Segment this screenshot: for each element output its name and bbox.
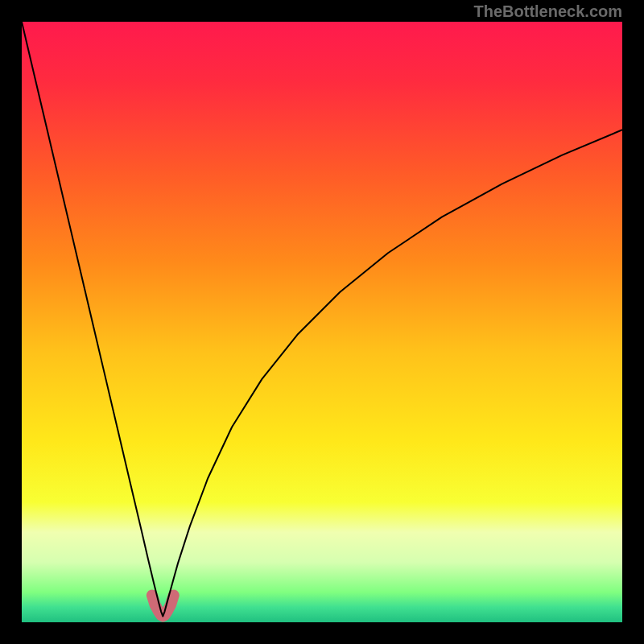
plot-background xyxy=(22,22,622,622)
bottleneck-chart: TheBottleneck.com xyxy=(0,0,644,644)
chart-svg: TheBottleneck.com xyxy=(0,0,644,644)
watermark: TheBottleneck.com xyxy=(474,2,622,20)
